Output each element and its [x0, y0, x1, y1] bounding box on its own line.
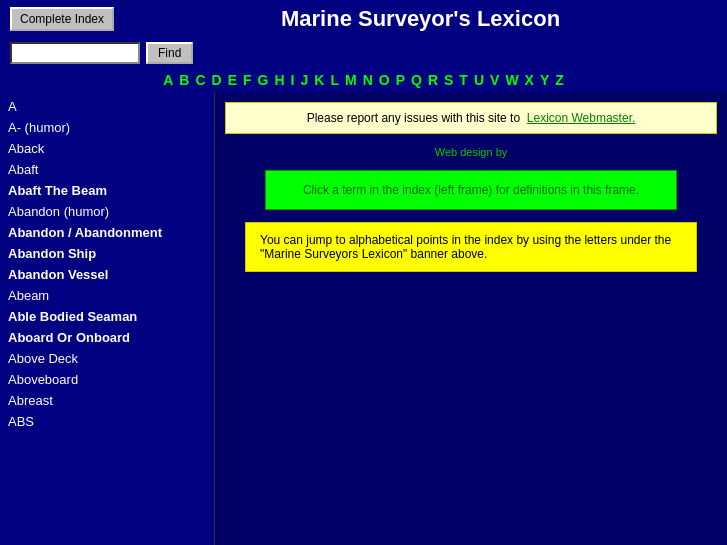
sidebar[interactable]: AA- (humor)AbackAbaftAbaft The BeamAband…	[0, 92, 215, 545]
sidebar-item[interactable]: Abandon Ship	[6, 243, 214, 264]
alpha-link-d[interactable]: D	[212, 72, 222, 88]
notice-text: Please report any issues with this site …	[307, 111, 520, 125]
alpha-link-h[interactable]: H	[274, 72, 284, 88]
alpha-link-z[interactable]: Z	[555, 72, 564, 88]
sidebar-item[interactable]: Aboard Or Onboard	[6, 327, 214, 348]
alpha-link-c[interactable]: C	[195, 72, 205, 88]
sidebar-item[interactable]: Abeam	[6, 285, 214, 306]
instruction-box: Click a term in the index (left frame) f…	[265, 170, 677, 210]
alpha-link-y[interactable]: Y	[540, 72, 549, 88]
search-bar: Find	[0, 38, 727, 68]
alpha-link-j[interactable]: J	[300, 72, 308, 88]
alpha-link-v[interactable]: V	[490, 72, 499, 88]
sidebar-item[interactable]: Abandon (humor)	[6, 201, 214, 222]
complete-index-button[interactable]: Complete Index	[10, 7, 114, 31]
find-button[interactable]: Find	[146, 42, 193, 64]
lexicon-webmaster-link[interactable]: Lexicon Webmaster.	[527, 111, 636, 125]
alpha-link-a[interactable]: A	[163, 72, 173, 88]
alpha-link-l[interactable]: L	[330, 72, 339, 88]
alpha-link-f[interactable]: F	[243, 72, 252, 88]
alpha-link-g[interactable]: G	[258, 72, 269, 88]
alpha-link-o[interactable]: O	[379, 72, 390, 88]
sidebar-item[interactable]: ABS	[6, 411, 214, 432]
alpha-link-n[interactable]: N	[363, 72, 373, 88]
sidebar-item[interactable]: A	[6, 96, 214, 117]
content-area: Please report any issues with this site …	[215, 92, 727, 545]
alpha-link-b[interactable]: B	[179, 72, 189, 88]
alpha-link-u[interactable]: U	[474, 72, 484, 88]
main-layout: AA- (humor)AbackAbaftAbaft The BeamAband…	[0, 92, 727, 545]
sidebar-item[interactable]: Abreast	[6, 390, 214, 411]
alpha-link-m[interactable]: M	[345, 72, 357, 88]
sidebar-item[interactable]: Abaft	[6, 159, 214, 180]
alphabet-nav: ABCDEFGHIJKLMNOPQRSTUVWXYZ	[0, 68, 727, 92]
sidebar-item[interactable]: Above Deck	[6, 348, 214, 369]
page-title: Marine Surveyor's Lexicon	[124, 6, 717, 32]
webdesign-text: Web design by	[225, 146, 717, 158]
alpha-link-e[interactable]: E	[228, 72, 237, 88]
sidebar-item[interactable]: A- (humor)	[6, 117, 214, 138]
alpha-link-w[interactable]: W	[505, 72, 518, 88]
alpha-link-p[interactable]: P	[396, 72, 405, 88]
notice-box: Please report any issues with this site …	[225, 102, 717, 134]
sidebar-item[interactable]: Able Bodied Seaman	[6, 306, 214, 327]
alpha-link-t[interactable]: T	[459, 72, 468, 88]
sidebar-item[interactable]: Abandon Vessel	[6, 264, 214, 285]
alpha-link-s[interactable]: S	[444, 72, 453, 88]
alpha-link-x[interactable]: X	[525, 72, 534, 88]
sidebar-item[interactable]: Aback	[6, 138, 214, 159]
info-box: You can jump to alphabetical points in t…	[245, 222, 697, 272]
header: Complete Index Marine Surveyor's Lexicon	[0, 0, 727, 38]
alpha-link-i[interactable]: I	[291, 72, 295, 88]
sidebar-item[interactable]: Abaft The Beam	[6, 180, 214, 201]
alpha-link-k[interactable]: K	[314, 72, 324, 88]
sidebar-item[interactable]: Aboveboard	[6, 369, 214, 390]
alpha-link-q[interactable]: Q	[411, 72, 422, 88]
search-input[interactable]	[10, 42, 140, 64]
alpha-link-r[interactable]: R	[428, 72, 438, 88]
sidebar-item[interactable]: Abandon / Abandonment	[6, 222, 214, 243]
